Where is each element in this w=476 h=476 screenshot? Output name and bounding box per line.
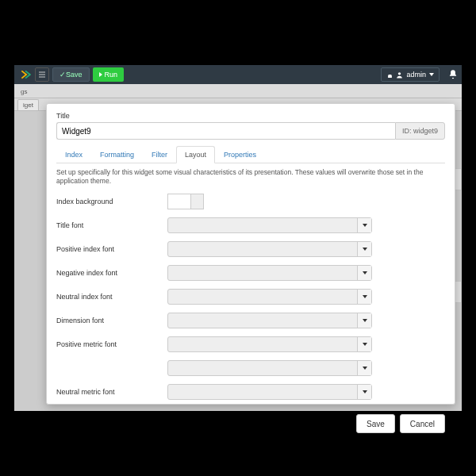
form-row: Neutral index font — [56, 289, 445, 305]
chevron-down-icon[interactable] — [357, 361, 371, 375]
form-row: Title font — [56, 217, 445, 233]
field-label: Title font — [56, 221, 167, 229]
title-field-label: Title — [56, 112, 445, 120]
field-label: Positive index font — [56, 245, 167, 253]
subhead-tab[interactable]: iget — [17, 99, 39, 110]
font-select[interactable] — [167, 336, 372, 352]
form-row: Positive index font — [56, 241, 445, 257]
tab-formatting[interactable]: Formatting — [91, 146, 143, 163]
chevron-down-icon[interactable] — [357, 337, 371, 351]
tab-filter[interactable]: Filter — [143, 146, 176, 163]
font-select[interactable] — [167, 313, 372, 328]
font-select[interactable] — [167, 217, 372, 233]
svg-point-0 — [398, 72, 401, 75]
color-swatch[interactable] — [167, 194, 191, 209]
sub-header: gs — [14, 84, 462, 98]
field-label: Negative index font — [56, 269, 167, 277]
save-button-label: Save — [66, 71, 83, 79]
save-button-top[interactable]: ✓ Save — [52, 67, 90, 82]
font-select[interactable] — [167, 289, 372, 305]
form-row: Positive metric font — [56, 336, 445, 352]
layout-description: Set up specifically for this widget some… — [56, 168, 445, 186]
font-select[interactable] — [167, 265, 372, 281]
id-display: ID: widget9 — [395, 122, 445, 140]
field-label: Index background — [56, 198, 167, 205]
menu-icon[interactable] — [35, 67, 49, 82]
field-label: Positive metric font — [56, 340, 167, 348]
tab-layout[interactable]: Layout — [176, 146, 215, 163]
user-icon — [396, 71, 403, 79]
field-label: Neutral index font — [56, 293, 167, 301]
chevron-down-icon[interactable] — [357, 242, 371, 256]
chevron-down-icon[interactable] — [357, 218, 371, 232]
form-row: Dimension font — [56, 313, 445, 328]
modal-footer: Save Cancel — [56, 408, 445, 433]
font-select[interactable] — [167, 360, 372, 376]
app-logo-icon — [17, 67, 33, 83]
top-bar: ✓ Save Run admin — [14, 65, 462, 84]
title-input[interactable] — [56, 122, 395, 140]
modal-save-button[interactable]: Save — [356, 414, 395, 433]
run-button[interactable]: Run — [93, 67, 125, 82]
field-label: Neutral metric font — [56, 388, 167, 396]
tab-properties[interactable]: Properties — [215, 146, 265, 163]
field-label: Dimension font — [56, 317, 167, 324]
form-rows: Index backgroundTitle fontPositive index… — [56, 194, 445, 408]
form-row — [56, 360, 445, 376]
chevron-down-icon[interactable] — [357, 313, 371, 328]
title-row: ID: widget9 — [56, 122, 445, 140]
chevron-down-icon[interactable] — [357, 385, 371, 399]
modal-tabs: IndexFormattingFilterLayoutProperties — [56, 146, 445, 163]
chevron-down-icon[interactable] — [357, 266, 371, 280]
font-select[interactable] — [167, 384, 372, 400]
form-row: Index background — [56, 194, 445, 209]
form-row: Neutral metric font — [56, 384, 445, 400]
subhead-text: gs — [17, 86, 30, 98]
caret-down-icon — [429, 73, 434, 76]
run-button-label: Run — [105, 71, 118, 79]
user-menu[interactable]: admin — [381, 67, 440, 82]
bell-icon[interactable] — [447, 69, 459, 80]
app-window: ✓ Save Run admin gs iget Title ID: widge… — [14, 65, 462, 411]
chevron-down-icon[interactable] — [357, 290, 371, 304]
modal-cancel-button[interactable]: Cancel — [400, 414, 445, 433]
color-dropdown[interactable] — [191, 194, 204, 209]
tab-index[interactable]: Index — [56, 146, 91, 163]
form-row: Negative index font — [56, 265, 445, 281]
font-select[interactable] — [167, 241, 372, 257]
user-label: admin — [406, 71, 426, 79]
settings-modal: Title ID: widget9 IndexFormattingFilterL… — [46, 103, 455, 405]
color-picker[interactable] — [167, 194, 204, 209]
